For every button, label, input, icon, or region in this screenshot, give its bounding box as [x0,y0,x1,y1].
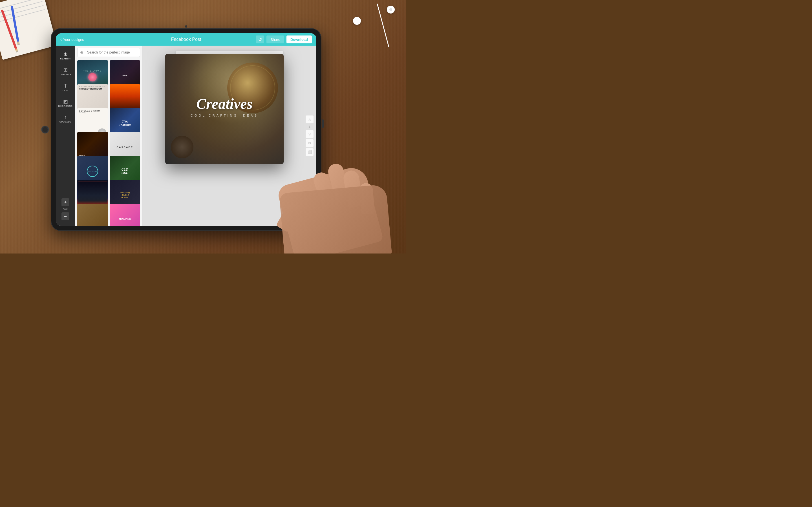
template-traditional[interactable]: TRADITIONAL [77,204,108,226]
city-line [79,181,107,181]
earphone-bud-right [387,6,395,13]
duplicate-button[interactable]: ⧉ [306,139,313,147]
thailand-title: TRAThailand [119,120,131,126]
clegr-title: CLEGRE [121,168,128,175]
add-page-button[interactable]: + Add a new page [176,135,283,144]
background-icon: ◩ [63,99,68,104]
share-button[interactable]: Share [266,36,284,43]
ostella-name: OSTELLA BISTRO [79,110,100,112]
ipad-camera [185,25,187,27]
search-box: ⊕ [75,46,142,59]
zoom-in-button[interactable]: + [61,198,69,206]
move-up-button[interactable]: △ [306,115,313,123]
wine-title: WIN [122,74,128,77]
pink-title: TEAL PINK [119,218,131,220]
sidebar-uploads-label: UPLOADS [59,121,71,123]
move-down-button[interactable]: ▽ [306,130,313,138]
ipad-side-button[interactable] [322,119,324,128]
right-controls: △ 1 ▽ ⧉ ⬜ [306,115,313,156]
ipad-screen: ‹ Your designs Facebook Post ↺ Share Dow… [56,33,316,226]
sidebar-item-background[interactable]: ◩ BKGROUND [57,96,74,110]
main-content: ⊕ SEARCH ⊞ LAYOUTS T TEXT ◩ BKGROUND [56,46,316,226]
back-label: Your designs [63,38,84,42]
earphone-bud-left [353,17,361,25]
search-icon: ⊕ [63,52,68,57]
templates-grid: THE LILYPAD WIN A DESIGNER'S GUIDE TO PR… [75,59,142,226]
ostella-sub: fine dining [79,112,86,114]
app-container: ‹ Your designs Facebook Post ↺ Share Dow… [56,33,316,226]
search-input[interactable] [77,48,140,57]
template-pink[interactable]: TEAL PINK [110,204,140,226]
project-title: PROJECT BEDROOM [79,88,102,91]
zoom-out-button[interactable]: − [61,212,69,220]
sidebar-search-label: SEARCH [60,57,71,60]
sidebar-item-uploads[interactable]: ↑ UPLOADS [57,112,74,126]
search-input-wrapper: ⊕ [77,48,140,57]
top-actions: ↺ Share Download [256,36,312,43]
text-icon: T [64,83,67,89]
canvas-page[interactable] [176,51,283,131]
top-bar: ‹ Your designs Facebook Post ↺ Share Dow… [56,33,316,46]
back-button[interactable]: ‹ Your designs [60,37,84,42]
sidebar-item-layouts[interactable]: ⊞ LAYOUTS [57,64,74,79]
ipad-frame: ‹ Your designs Facebook Post ↺ Share Dow… [51,28,321,231]
download-button[interactable]: Download [287,36,312,43]
add-page-label: + Add a new page [216,137,243,142]
sidebar-text-label: TEXT [62,89,68,92]
delete-button[interactable]: ⬜ [306,148,313,156]
lilypad-flower [88,73,97,81]
back-chevron-icon: ‹ [60,37,62,42]
cascade-title: CASCADE [116,146,133,149]
lilypad-title: THE LILYPAD [83,70,102,72]
sidebar-layouts-label: LAYOUTS [60,73,71,76]
page-title: Facebook Post [171,37,201,42]
business-circle: BUSINESS [87,166,98,177]
template-panel: ⊕ THE LILYPAD WIN [75,46,143,226]
undo-icon: ↺ [258,37,262,42]
search-icon-inner: ⊕ [80,50,84,55]
layouts-icon: ⊞ [63,67,68,72]
ipad-home-button[interactable] [41,126,49,133]
sidebar: ⊕ SEARCH ⊞ LAYOUTS T TEXT ◩ BKGROUND [56,46,75,226]
sidebar-bkground-label: BKGROUND [58,105,72,107]
undo-button[interactable]: ↺ [256,36,264,43]
sidebar-item-text[interactable]: T TEXT [57,80,74,95]
zoom-controls: + 50% − [61,198,69,223]
uploads-icon: ↑ [64,115,67,120]
zoom-percent: 50% [63,207,68,212]
sidebar-item-search[interactable]: ⊕ SEARCH [57,48,74,63]
canvas-page-inner [176,51,283,131]
honey-title: IntroducingHUMBLEHONEY [120,191,130,199]
business-text: BUSINESS [88,170,97,172]
page-number: 1 [309,124,310,129]
canvas-area[interactable]: + Add a new page △ 1 ▽ ⧉ ⬜ [143,46,316,226]
